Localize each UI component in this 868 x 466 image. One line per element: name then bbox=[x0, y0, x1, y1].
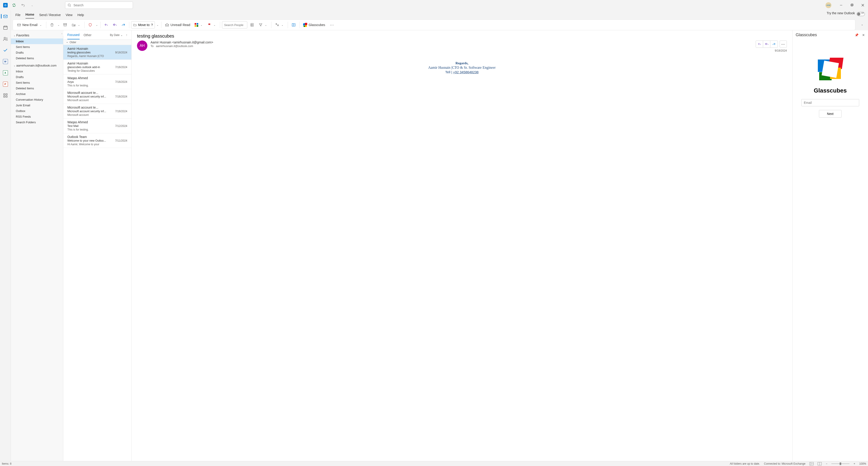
rail-todo-icon[interactable] bbox=[1, 45, 10, 55]
message-item[interactable]: Waqas AhmedAxya7/16/2024This is for test… bbox=[63, 75, 131, 89]
minimize-button[interactable] bbox=[836, 0, 846, 10]
search-input[interactable] bbox=[73, 3, 130, 7]
forward-button[interactable] bbox=[120, 21, 127, 29]
archive-button[interactable] bbox=[61, 21, 69, 29]
chevron-down-icon[interactable]: ⌄ bbox=[77, 24, 81, 26]
collapse-folder-pane-button[interactable]: ‹ bbox=[61, 31, 63, 36]
delete-button[interactable] bbox=[48, 21, 56, 29]
folder-item[interactable]: Deleted Items bbox=[11, 55, 63, 61]
move-to-combo[interactable]: Move to: ? bbox=[131, 21, 155, 29]
maximize-button[interactable] bbox=[847, 0, 857, 10]
message-item[interactable]: Outlook TeamWelcome to your new Outloo..… bbox=[63, 133, 131, 148]
rail-more-apps-icon[interactable] bbox=[1, 90, 10, 100]
folder-item[interactable]: Archive bbox=[11, 91, 63, 97]
zoom-out-button[interactable]: − bbox=[826, 462, 827, 465]
rail-word-icon[interactable]: W bbox=[1, 57, 10, 66]
zoom-in-button[interactable]: + bbox=[854, 462, 855, 465]
menu-view[interactable]: View bbox=[66, 13, 72, 19]
rail-mail-icon[interactable] bbox=[1, 11, 10, 21]
report-button[interactable] bbox=[86, 21, 94, 29]
sync-icon[interactable] bbox=[11, 2, 17, 8]
chevron-down-icon[interactable]: ⌄ bbox=[213, 24, 216, 26]
folder-item[interactable]: Sent Items bbox=[11, 80, 63, 86]
translate-button[interactable]: ⌄ bbox=[273, 21, 286, 29]
sort-by-date[interactable]: By Date ⌄ ↑ bbox=[110, 33, 127, 37]
folder-item[interactable]: Outbox bbox=[11, 108, 63, 114]
menu-send-receive[interactable]: Send / Receive bbox=[39, 13, 61, 19]
message-item[interactable]: Aamir Husnainglasscubes outlook add-in7/… bbox=[63, 60, 131, 75]
folder-item[interactable]: Drafts bbox=[11, 74, 63, 80]
phone-link[interactable]: +92 3458648238 bbox=[453, 70, 478, 74]
rail-calendar-icon[interactable] bbox=[1, 23, 10, 33]
unread-read-button[interactable]: Unread/ Read bbox=[163, 21, 192, 29]
zoom-level[interactable]: 100% bbox=[859, 462, 866, 465]
user-avatar[interactable]: Amir bbox=[826, 2, 831, 8]
message-item[interactable]: Aamir Husnaintesting glasscubes9/18/2024… bbox=[63, 45, 131, 60]
chevron-down-icon[interactable]: ⌄ bbox=[199, 24, 203, 26]
view-reading-button[interactable] bbox=[817, 462, 822, 465]
ribbon-collapse-button[interactable]: ⌄ bbox=[861, 23, 863, 26]
undo-icon[interactable] bbox=[20, 2, 26, 8]
close-pane-icon[interactable]: ✕ bbox=[862, 33, 865, 37]
layout-button[interactable] bbox=[290, 21, 298, 29]
glasscubes-ribbon-button[interactable]: Glasscubes bbox=[301, 21, 327, 29]
group-header-older[interactable]: Older bbox=[63, 40, 131, 45]
menu-home[interactable]: Home bbox=[26, 13, 34, 19]
tab-other[interactable]: Other bbox=[84, 31, 92, 39]
svg-rect-7 bbox=[6, 94, 7, 95]
rail-people-icon[interactable] bbox=[1, 34, 10, 44]
flag-button[interactable]: ⌄ bbox=[206, 21, 218, 29]
folder-item[interactable]: Deleted Items bbox=[11, 86, 63, 91]
favorites-header[interactable]: ⌄Favorites bbox=[11, 32, 63, 38]
new-email-button[interactable]: New Email ⌄ bbox=[15, 21, 44, 29]
message-item[interactable]: Microsoft account te...Microsoft account… bbox=[63, 104, 131, 119]
message-more-actions[interactable]: ⋯ bbox=[780, 40, 787, 48]
pin-icon[interactable]: 📌 bbox=[855, 33, 859, 37]
mail-icon bbox=[17, 23, 21, 27]
reply-action[interactable] bbox=[756, 41, 763, 48]
delete-dropdown[interactable]: ⌄ bbox=[57, 24, 60, 26]
folder-item[interactable]: Conversation History bbox=[11, 97, 63, 103]
tab-focused[interactable]: Focused bbox=[67, 31, 80, 39]
sort-direction-icon[interactable]: ↑ bbox=[126, 33, 127, 37]
message-item[interactable]: Waqas AhmedTest Mail7/12/2024This is for… bbox=[63, 119, 131, 133]
reply-all-button[interactable] bbox=[111, 21, 119, 29]
next-button[interactable]: Next bbox=[819, 110, 842, 118]
folder-item[interactable]: Drafts bbox=[11, 50, 63, 55]
reply-all-action[interactable] bbox=[763, 41, 770, 48]
email-field[interactable] bbox=[801, 99, 859, 106]
close-button[interactable] bbox=[858, 0, 868, 10]
message-item[interactable]: Microsoft account te...Microsoft account… bbox=[63, 89, 131, 104]
rail-excel-icon[interactable]: X bbox=[1, 68, 10, 78]
view-normal-button[interactable] bbox=[809, 462, 813, 465]
menu-file[interactable]: File bbox=[16, 13, 21, 19]
folder-item[interactable]: RSS Feeds bbox=[11, 114, 63, 119]
account-header[interactable]: ⌄aamirhusnain.it@outlook.com bbox=[11, 62, 63, 68]
folder-item[interactable]: Inbox bbox=[11, 68, 63, 74]
folder-item[interactable]: Junk Email bbox=[11, 103, 63, 108]
customize-qat-dropdown[interactable]: ⌄ bbox=[29, 2, 35, 8]
search-people-input[interactable] bbox=[222, 21, 247, 29]
try-new-outlook-toggle[interactable]: Off bbox=[857, 12, 865, 16]
categorize-button[interactable]: ⌄ bbox=[193, 21, 205, 29]
zoom-slider[interactable] bbox=[831, 462, 849, 465]
forward-action[interactable] bbox=[770, 41, 778, 48]
chevron-down-icon[interactable]: ⌄ bbox=[264, 24, 268, 26]
filter-button[interactable]: ⌄ bbox=[257, 21, 270, 29]
report-dropdown[interactable]: ⌄ bbox=[95, 24, 98, 26]
folder-item[interactable]: Search Folders bbox=[11, 119, 63, 125]
chevron-down-icon[interactable]: ⌄ bbox=[281, 24, 284, 26]
ribbon-more-button[interactable]: ⋯ bbox=[328, 21, 336, 29]
menu-help[interactable]: Help bbox=[78, 13, 84, 19]
reply-button[interactable] bbox=[102, 21, 110, 29]
message-subject-preview: Microsoft account security inf... bbox=[67, 95, 106, 98]
search-box[interactable] bbox=[65, 2, 133, 9]
address-book-button[interactable] bbox=[248, 21, 256, 29]
folder-item[interactable]: Inbox bbox=[11, 38, 63, 44]
chevron-down-icon[interactable]: ⌄ bbox=[39, 24, 42, 26]
rail-powerpoint-icon[interactable]: P bbox=[1, 79, 10, 89]
move-to-dropdown[interactable]: ⌄ bbox=[156, 24, 159, 26]
folder-item[interactable]: Sent Items bbox=[11, 44, 63, 50]
move-button[interactable]: ⌄ bbox=[70, 21, 83, 29]
message-from: Microsoft account te... bbox=[67, 106, 98, 109]
